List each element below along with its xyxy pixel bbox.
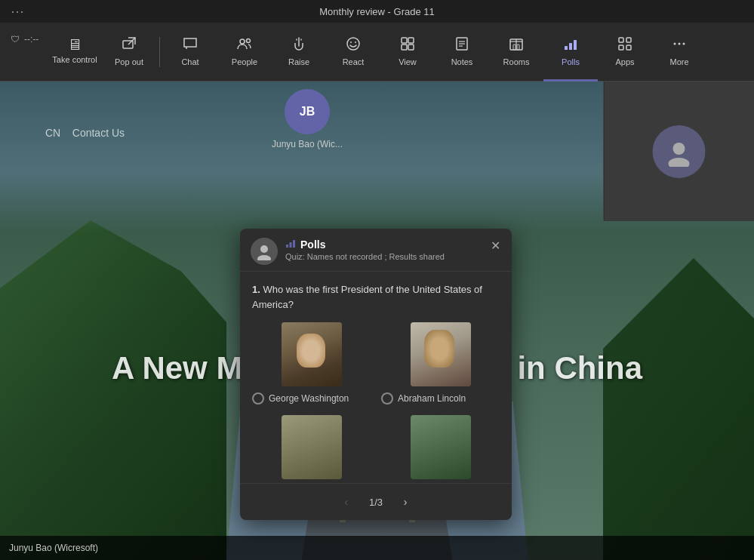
poll-header-info: Polls Quiz: Names not recorded ; Results…	[285, 238, 501, 261]
contact-label: Contact Us	[72, 127, 125, 139]
svg-rect-24	[619, 45, 623, 50]
toolbar-notes[interactable]: Notes	[435, 23, 489, 82]
poll-radio-a[interactable]	[252, 392, 264, 405]
svg-point-2	[240, 39, 245, 44]
toolbar-polls[interactable]: Polls	[543, 23, 598, 82]
cn-label: CN	[45, 127, 60, 139]
poll-radio-b[interactable]	[381, 392, 393, 405]
poll-next-icon: ›	[404, 496, 408, 508]
people-icon	[236, 35, 253, 54]
timer-display: --:--	[24, 34, 38, 45]
poll-option-d-image	[411, 415, 471, 479]
window-title: Monthly review - Grade 11	[319, 6, 434, 17]
svg-rect-23	[626, 38, 631, 42]
svg-rect-18	[517, 45, 519, 50]
apps-label: Apps	[615, 57, 634, 66]
toolbar-people[interactable]: People	[217, 23, 272, 82]
view-icon	[399, 35, 416, 54]
svg-point-31	[260, 245, 268, 253]
svg-point-32	[257, 255, 271, 260]
poll-option-a-image	[282, 322, 342, 386]
notes-icon	[454, 35, 470, 54]
poll-option-b-text: Abraham Lincoln	[398, 393, 466, 404]
trees-left	[0, 220, 226, 560]
toolbar-raise[interactable]: Raise	[272, 23, 326, 82]
user-name: Junyu Bao (Wic...	[272, 139, 343, 149]
poll-prev-button[interactable]: ‹	[336, 491, 357, 512]
rooms-icon	[508, 35, 525, 54]
main-content: CN Contact Us A New Model of Education i…	[0, 82, 754, 560]
toolbar-take-control[interactable]: 🖥 Take control	[48, 23, 102, 82]
toolbar-chat[interactable]: Chat	[163, 23, 217, 82]
poll-option-c[interactable]	[252, 415, 371, 479]
toolbar-more[interactable]: More	[652, 23, 706, 82]
poll-footer: ‹ 1/3 ›	[240, 483, 512, 520]
presenter-avatar	[604, 82, 754, 221]
chat-icon	[182, 35, 199, 54]
svg-rect-33	[286, 245, 288, 248]
poll-header: Polls Quiz: Names not recorded ; Results…	[240, 229, 512, 272]
portrait-c	[282, 415, 342, 479]
svg-rect-22	[619, 38, 623, 42]
svg-rect-8	[408, 38, 414, 43]
take-control-icon: 🖥	[67, 37, 82, 52]
svg-point-27	[679, 42, 681, 45]
user-tile: JB Junyu Bao (Wic...	[264, 82, 350, 157]
poll-question-text: Who was the first President of the Unite…	[252, 284, 482, 310]
apps-icon	[617, 35, 633, 54]
trees-right	[603, 258, 754, 560]
toolbar-view[interactable]: View	[380, 23, 435, 82]
presenter-tile	[603, 82, 754, 221]
status-user-name: Junyu Bao (Wicresoft)	[9, 543, 98, 553]
cn-contact-overlay: CN Contact Us	[45, 127, 125, 139]
presenter-avatar-circle	[653, 125, 706, 178]
poll-sender-avatar	[251, 238, 278, 265]
notes-label: Notes	[451, 57, 473, 66]
svg-rect-35	[293, 240, 295, 248]
svg-rect-20	[569, 43, 572, 50]
svg-point-26	[674, 42, 676, 45]
svg-point-5	[350, 42, 352, 43]
take-control-label: Take control	[52, 55, 97, 64]
status-bar: Junyu Bao (Wicresoft)	[0, 536, 754, 560]
svg-rect-9	[402, 45, 407, 50]
svg-rect-10	[408, 45, 414, 50]
polls-label: Polls	[562, 57, 580, 66]
poll-body: 1. Who was the first President of the Un…	[240, 272, 512, 483]
user-avatar: JB	[285, 89, 330, 134]
washington-portrait	[282, 322, 342, 386]
poll-prev-icon: ‹	[345, 496, 349, 508]
toolbar: 🛡 --:-- 🖥 Take control Pop out Chat	[0, 23, 754, 82]
react-icon	[345, 35, 362, 54]
poll-option-a[interactable]: George Washington	[252, 322, 371, 405]
chat-label: Chat	[181, 57, 199, 66]
pop-out-icon	[121, 35, 137, 54]
svg-rect-34	[290, 242, 292, 248]
poll-option-a-text: George Washington	[269, 393, 349, 404]
poll-option-d[interactable]	[381, 415, 500, 479]
people-label: People	[232, 57, 257, 66]
svg-rect-25	[626, 45, 631, 50]
toolbar-react[interactable]: React	[326, 23, 380, 82]
poll-page-indicator: 1/3	[369, 497, 383, 508]
window-controls[interactable]: ⋯	[11, 5, 24, 18]
svg-rect-19	[565, 46, 568, 50]
poll-option-b-image	[411, 322, 471, 386]
shield-icon: 🛡	[11, 34, 20, 45]
svg-rect-17	[513, 45, 515, 50]
poll-option-b-label-row: Abraham Lincoln	[381, 392, 500, 405]
poll-option-b[interactable]: Abraham Lincoln	[381, 322, 500, 405]
react-label: React	[343, 57, 365, 66]
toolbar-apps[interactable]: Apps	[598, 23, 652, 82]
toolbar-pop-out[interactable]: Pop out	[102, 23, 156, 82]
raise-icon	[291, 35, 307, 54]
polls-icon	[562, 35, 579, 54]
lincoln-portrait	[411, 322, 471, 386]
poll-header-title: Polls	[300, 238, 325, 251]
poll-options-grid: George Washington Abraham Lincoln	[252, 322, 500, 479]
pop-out-label: Pop out	[115, 57, 143, 66]
more-icon	[671, 35, 688, 54]
poll-next-button[interactable]: ›	[395, 491, 416, 512]
toolbar-rooms[interactable]: Rooms	[489, 23, 543, 82]
poll-close-button[interactable]: ✕	[486, 236, 504, 254]
